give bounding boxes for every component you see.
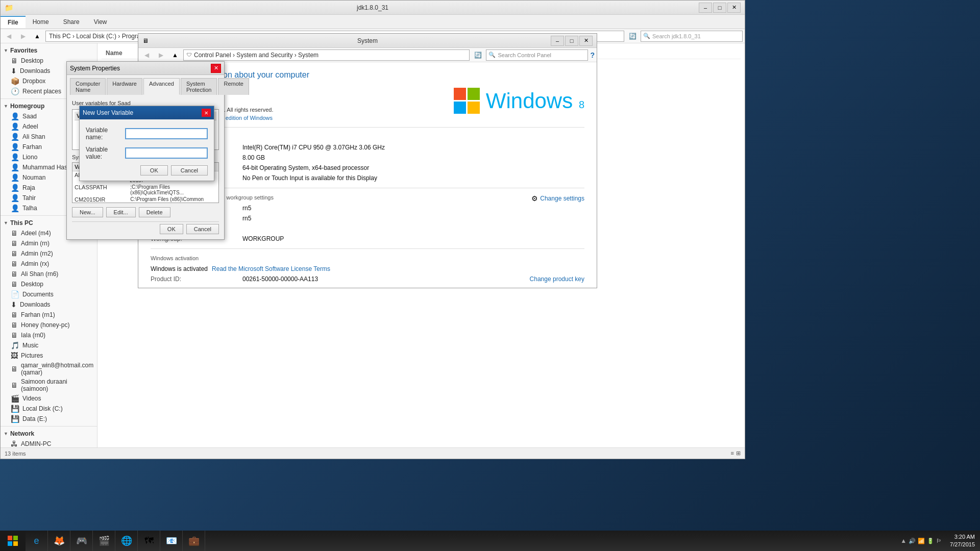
taskbar-app-ie[interactable]: e: [26, 531, 48, 551]
variable-value-row: Variable value:: [86, 146, 208, 160]
new-var-title: New User Variable: [83, 109, 133, 116]
taskbar: e 🦊 🎮 🎬 🌐 🗺 📧 💼 ▲ 🔊 📶 🔋 🏳: [0, 531, 980, 551]
cp-up-btn[interactable]: ▲: [169, 49, 181, 61]
change-settings-anchor[interactable]: Change settings: [540, 195, 584, 202]
variable-name-input[interactable]: [125, 128, 208, 139]
license-link[interactable]: Read the Microsoft Software License Term…: [212, 265, 330, 272]
tab-hardware[interactable]: Hardware: [107, 78, 142, 95]
sys-props-cancel-btn[interactable]: Cancel: [186, 224, 219, 234]
sidebar-item-qamar[interactable]: 🖥qamar_win8@hotmail.com (qamar): [1, 361, 97, 377]
sidebar-item-admin-rn[interactable]: 🖥Admin (rn): [1, 238, 97, 248]
product-id-row: Product ID: 00261-50000-00000-AA113 Chan…: [151, 276, 584, 283]
taskbar-app-game[interactable]: 🎮: [70, 531, 93, 551]
search-placeholder: Search jdk1.8.0_31: [652, 33, 701, 39]
change-product-key-link[interactable]: Change product key: [530, 276, 584, 283]
cp-refresh-btn[interactable]: 🔄: [472, 49, 484, 61]
explorer-minimize-btn[interactable]: –: [699, 3, 712, 13]
new-var-ok-btn[interactable]: OK: [140, 165, 168, 176]
new-var-content: Variable name: Variable value: OK Cancel: [80, 119, 214, 181]
forward-button[interactable]: ▶: [17, 30, 29, 42]
sidebar-item-saimoon[interactable]: 🖥Saimoon duraani (saimoon): [1, 377, 97, 393]
sys-props-close-btn[interactable]: ✕: [211, 64, 221, 73]
sidebar-item-iala[interactable]: 🖥Iala (rn0): [1, 330, 97, 340]
ribbon-tab-home[interactable]: Home: [26, 16, 56, 28]
product-id-label: Product ID:: [151, 276, 242, 283]
windows-squares-icon: [454, 88, 480, 114]
refresh-button[interactable]: 🔄: [626, 30, 639, 42]
up-button[interactable]: ▲: [31, 30, 43, 42]
sidebar-item-local-disk[interactable]: 💾Local Disk (C:): [1, 404, 97, 414]
new-var-close-btn[interactable]: ✕: [202, 109, 211, 117]
tray-volume-icon[interactable]: 🔊: [909, 538, 916, 544]
list-view-icon[interactable]: ≡: [731, 450, 734, 457]
taskbar-app-maps[interactable]: 🗺: [138, 531, 160, 551]
tray-flag-icon[interactable]: 🏳: [936, 538, 942, 544]
taskbar-app-mail[interactable]: 📧: [160, 531, 183, 551]
sys-props-ok-cancel: OK Cancel: [72, 221, 219, 234]
sidebar-item-documents[interactable]: 📄Documents: [1, 289, 97, 299]
start-button[interactable]: [0, 531, 26, 551]
divider-3: [151, 248, 584, 249]
sidebar-item-videos[interactable]: 🎬Videos: [1, 393, 97, 404]
system-type-value: 64-bit Operating System, x64-based proce…: [242, 164, 369, 171]
sidebar-item-pictures[interactable]: 🖼Pictures: [1, 350, 97, 361]
sidebar-item-admin-rn2[interactable]: 🖥Admin (rn2): [1, 248, 97, 259]
tab-computer-name[interactable]: Computer Name: [70, 78, 106, 95]
new-btn[interactable]: New...: [72, 207, 103, 217]
windows-brand-text: Windows 8: [486, 90, 584, 112]
taskbar-app-vlc[interactable]: 🎬: [93, 531, 115, 551]
network-label: Network: [10, 430, 34, 437]
tab-system-protection[interactable]: System Protection: [181, 78, 217, 95]
taskbar-app-firefox[interactable]: 🦊: [48, 531, 70, 551]
sidebar-item-music[interactable]: 🎵Music: [1, 340, 97, 350]
back-button[interactable]: ◀: [3, 30, 15, 42]
statusbar-view-controls: ≡ ⊞: [731, 450, 741, 457]
sidebar-favorites-header[interactable]: ▼ Favorites: [1, 45, 97, 56]
sys-var-row-classpath[interactable]: CLASSPATH ;C:\Program Files (x86)\QuickT…: [72, 184, 218, 196]
variable-name-row: Variable name:: [86, 127, 208, 141]
taskbar-app-work[interactable]: 💼: [183, 531, 205, 551]
delete-btn[interactable]: Delete: [139, 207, 170, 217]
tab-remote[interactable]: Remote: [218, 78, 249, 95]
ribbon-tab-view[interactable]: View: [87, 16, 114, 28]
cp-forward-btn[interactable]: ▶: [155, 49, 167, 61]
vlc-icon: 🎬: [99, 535, 110, 546]
tray-battery-icon[interactable]: 🔋: [927, 538, 934, 544]
system-minimize-btn[interactable]: –: [551, 36, 564, 46]
explorer-close-btn[interactable]: ✕: [727, 3, 741, 13]
sidebar-item-data-e[interactable]: 💾Data (E:): [1, 414, 97, 424]
ribbon-tab-file[interactable]: File: [1, 16, 26, 28]
change-settings-link[interactable]: ⚙ Change settings: [531, 194, 584, 203]
new-var-cancel-btn[interactable]: Cancel: [171, 165, 208, 176]
sys-props-titlebar: System Properties ✕: [67, 62, 224, 75]
win-square-yellow: [468, 102, 480, 114]
cp-search-box[interactable]: 🔍 Search Control Panel: [486, 49, 588, 61]
variable-value-input[interactable]: [125, 147, 208, 159]
tray-network-icon[interactable]: 📶: [918, 538, 925, 544]
mail-icon: 📧: [166, 535, 177, 546]
explorer-search-box[interactable]: 🔍 Search jdk1.8.0_31: [641, 31, 743, 42]
sidebar-network-header[interactable]: ▼ Network: [1, 429, 97, 439]
system-close-btn[interactable]: ✕: [579, 36, 593, 46]
help-icon[interactable]: ?: [590, 51, 595, 59]
detail-view-icon[interactable]: ⊞: [736, 450, 741, 457]
explorer-statusbar: 13 items ≡ ⊞: [1, 447, 745, 459]
edit-btn[interactable]: Edit...: [106, 207, 136, 217]
sidebar-item-pc-desktop[interactable]: 🖥Desktop: [1, 279, 97, 289]
taskbar-clock[interactable]: 3:20 AM 7/27/2015: [950, 533, 975, 549]
sidebar-item-alishan-rn6[interactable]: 🖥Ali Shan (rn6): [1, 269, 97, 279]
explorer-maximize-btn[interactable]: □: [713, 3, 726, 13]
sys-var-row-cm[interactable]: CM2015DIR C:\Program Files (x86)\Common …: [72, 196, 218, 203]
sidebar-item-pc-downloads[interactable]: ⬇Downloads: [1, 299, 97, 310]
cp-back-btn[interactable]: ◀: [140, 49, 153, 61]
tab-advanced[interactable]: Advanced: [143, 78, 180, 95]
ribbon-tab-share[interactable]: Share: [56, 16, 87, 28]
sidebar-item-admin-rx[interactable]: 🖥Admin (rx): [1, 259, 97, 269]
taskbar-app-network[interactable]: 🌐: [115, 531, 138, 551]
system-maximize-btn[interactable]: □: [565, 36, 578, 46]
sidebar-item-farhan-rn1[interactable]: 🖥Farhan (rn1): [1, 310, 97, 320]
sidebar-item-admin-pc[interactable]: 🖧ADMIN-PC: [1, 439, 97, 447]
sys-props-ok-btn[interactable]: OK: [160, 224, 183, 234]
sidebar-item-honey[interactable]: 🖥Honey (honey-pc): [1, 320, 97, 330]
cp-address-bar[interactable]: 🛡 Control Panel › System and Security › …: [183, 49, 470, 61]
